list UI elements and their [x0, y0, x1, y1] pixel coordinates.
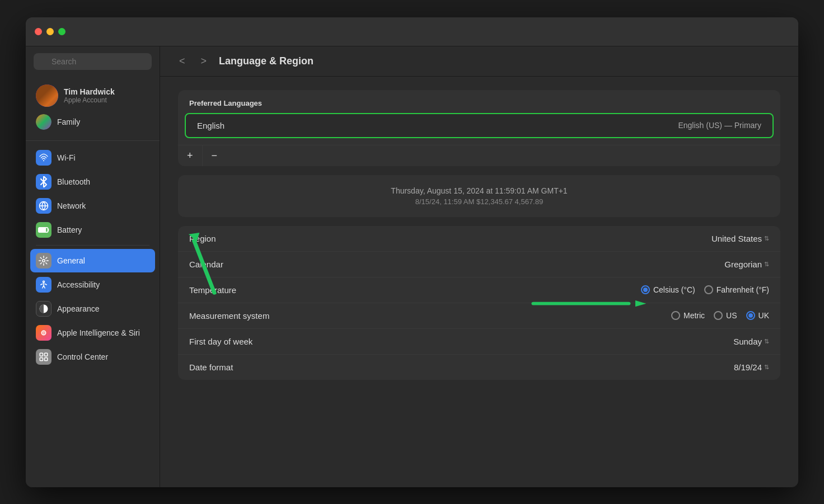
first-day-row: First day of week Sunday ⇅ [178, 329, 780, 355]
accessibility-label: Accessibility [57, 280, 100, 289]
fahrenheit-radio-button[interactable] [704, 285, 713, 294]
sidebar-item-wifi[interactable]: Wi-Fi [30, 146, 155, 169]
sidebar-item-control[interactable]: Control Center [30, 345, 155, 369]
first-day-select[interactable]: Sunday ⇅ [733, 337, 769, 346]
control-label: Control Center [57, 352, 108, 361]
fahrenheit-label: Fahrenheit (°F) [717, 285, 769, 294]
calendar-row: Calendar Gregorian ⇅ [178, 252, 780, 277]
family-label: Family [57, 117, 80, 126]
battery-icon [36, 222, 52, 238]
sidebar-item-family[interactable]: Family [30, 110, 155, 134]
date-format-select[interactable]: 8/19/24 ⇅ [734, 362, 769, 372]
region-select[interactable]: United States ⇅ [711, 234, 769, 243]
calendar-label: Calendar [189, 260, 223, 269]
user-profile-item[interactable]: Tim Hardwick Apple Account [30, 81, 155, 110]
us-label: US [726, 311, 737, 320]
region-row: Region United States ⇅ [178, 226, 780, 252]
user-info: Tim Hardwick Apple Account [64, 87, 115, 104]
sidebar-item-appearance[interactable]: Appearance [30, 297, 155, 321]
search-input[interactable] [34, 53, 152, 70]
remove-language-button[interactable]: − [203, 145, 227, 166]
calendar-current-value: Gregorian [724, 260, 762, 269]
battery-label: Battery [57, 225, 82, 234]
traffic-lights [35, 28, 65, 35]
uk-label: UK [759, 311, 769, 320]
wifi-icon [36, 150, 52, 166]
search-wrapper: 🔍 [34, 53, 152, 70]
sidebar-item-bluetooth[interactable]: Bluetooth [30, 170, 155, 194]
svg-rect-10 [40, 357, 43, 360]
preview-formats: 8/15/24, 11:59 AM $12,345.67 4,567.89 [189, 197, 769, 206]
first-day-value[interactable]: Sunday ⇅ [733, 337, 769, 346]
maximize-button[interactable] [58, 28, 65, 35]
titlebar [26, 17, 798, 46]
network-label: Network [57, 201, 86, 210]
measurement-us-option[interactable]: US [714, 311, 737, 320]
temperature-fahrenheit-option[interactable]: Fahrenheit (°F) [704, 285, 769, 294]
close-button[interactable] [35, 28, 42, 35]
family-avatar-image [36, 114, 52, 130]
metric-radio-button[interactable] [671, 311, 680, 320]
back-button[interactable]: < [176, 54, 189, 68]
user-name: Tim Hardwick [64, 87, 115, 96]
add-language-button[interactable]: + [178, 145, 203, 166]
metric-label: Metric [683, 311, 705, 320]
calendar-chevron-icon: ⇅ [764, 261, 769, 268]
us-radio-button[interactable] [714, 311, 723, 320]
sidebar-item-general[interactable]: General [30, 249, 155, 272]
region-chevron-icon: ⇅ [764, 235, 769, 242]
language-actions: + − [178, 145, 780, 166]
date-format-current-value: 8/19/24 [734, 362, 762, 372]
measurement-uk-option[interactable]: UK [746, 311, 769, 320]
svg-rect-3 [39, 228, 46, 232]
temperature-celsius-option[interactable]: Celsius (°C) [641, 285, 695, 294]
region-current-value: United States [711, 234, 762, 243]
celsius-label: Celsius (°C) [653, 285, 695, 294]
search-container: 🔍 [26, 53, 160, 77]
content-area: 🔍 Tim Hardwick Apple Account [26, 46, 798, 487]
date-format-value[interactable]: 8/19/24 ⇅ [734, 362, 769, 372]
sidebar: 🔍 Tim Hardwick Apple Account [26, 46, 160, 487]
calendar-select[interactable]: Gregorian ⇅ [724, 260, 769, 269]
avatar-image [36, 84, 58, 107]
first-day-chevron-icon: ⇅ [764, 338, 769, 345]
sidebar-nav: Wi-Fi Bluetooth [26, 145, 160, 369]
bluetooth-label: Bluetooth [57, 177, 90, 186]
first-day-current-value: Sunday [733, 337, 762, 346]
uk-radio-button[interactable] [746, 311, 755, 320]
divider-1 [36, 245, 149, 246]
bluetooth-icon [36, 174, 52, 190]
main-header: < > Language & Region [160, 46, 798, 77]
siri-label: Apple Intelligence & Siri [57, 328, 140, 337]
appearance-icon [36, 301, 52, 317]
control-icon [36, 349, 52, 365]
svg-rect-11 [45, 357, 48, 360]
region-label: Region [189, 234, 216, 243]
sidebar-item-siri[interactable]: Apple Intelligence & Siri [30, 321, 155, 345]
date-format-chevron-icon: ⇅ [764, 364, 769, 371]
preferred-languages-section: Preferred Languages English English (US)… [178, 90, 780, 166]
region-value[interactable]: United States ⇅ [711, 234, 769, 243]
sidebar-item-network[interactable]: Network [30, 194, 155, 218]
sidebar-item-accessibility[interactable]: Accessibility [30, 273, 155, 296]
calendar-value[interactable]: Gregorian ⇅ [724, 260, 769, 269]
temperature-row: Temperature Celsius (°C) Fahrenheit (°F) [178, 277, 780, 303]
avatar [36, 84, 58, 107]
sidebar-item-battery[interactable]: Battery [30, 218, 155, 242]
date-format-row: Date format 8/19/24 ⇅ [178, 355, 780, 380]
user-subtitle: Apple Account [64, 96, 115, 104]
forward-button[interactable]: > [198, 54, 210, 68]
celsius-radio-button[interactable] [641, 285, 650, 294]
temperature-label: Temperature [189, 285, 236, 295]
first-day-label: First day of week [189, 337, 252, 346]
page-title: Language & Region [219, 55, 313, 67]
family-avatar [36, 114, 52, 130]
siri-icon [36, 325, 52, 341]
minimize-button[interactable] [46, 28, 54, 35]
temperature-radio-group: Celsius (°C) Fahrenheit (°F) [641, 285, 769, 294]
svg-point-0 [43, 160, 44, 161]
svg-point-4 [43, 259, 45, 262]
language-item-english[interactable]: English English (US) — Primary [185, 113, 774, 138]
measurement-metric-option[interactable]: Metric [671, 311, 705, 320]
measurement-row: Measurement system Metric US [178, 303, 780, 329]
